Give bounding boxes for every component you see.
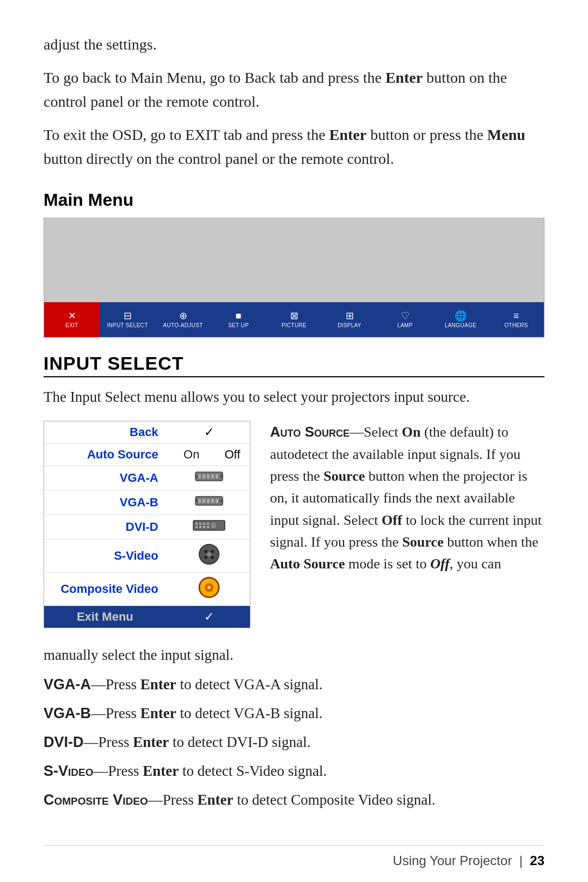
display-icon: ⊞ xyxy=(346,311,354,321)
svg-rect-13 xyxy=(216,499,218,503)
svg-rect-11 xyxy=(207,499,210,503)
menu-value-vga-a xyxy=(168,466,250,491)
manually-select-para: manually select the input signal. xyxy=(44,644,544,667)
svg-rect-17 xyxy=(195,523,198,525)
svg-rect-21 xyxy=(195,526,198,528)
table-row: VGA-B xyxy=(44,491,250,515)
table-row-exit-menu: Exit Menu ✓ xyxy=(44,606,250,628)
lamp-label: LAMP xyxy=(397,322,413,328)
svideo-para: S-Video—Press Enter to detect S-Video si… xyxy=(44,759,544,783)
off-bold-2: Off xyxy=(430,556,450,572)
main-menu-box: ✕ EXIT ⊟ INPUT SELECT ⊕ AUTO-ADJUST ■ SE… xyxy=(44,218,544,338)
svg-point-29 xyxy=(204,556,207,559)
menu-value-dvi-d xyxy=(168,515,250,540)
svideo-term: S-Video xyxy=(44,763,93,779)
bottom-text-section: manually select the input signal. VGA-A—… xyxy=(44,644,544,812)
vga-b-connector-icon xyxy=(195,494,223,507)
on-bold: On xyxy=(402,424,421,440)
menu-label-vga-a: VGA-A xyxy=(44,466,168,491)
others-label: OTHERS xyxy=(504,322,528,328)
set-up-label: SET UP xyxy=(228,322,249,328)
svg-point-7 xyxy=(220,475,223,478)
svg-point-28 xyxy=(211,550,214,553)
svg-rect-22 xyxy=(199,526,201,528)
auto-source-bold: Auto Source xyxy=(270,556,345,572)
vga-a-para: VGA-A—Press Enter to detect VGA-A signal… xyxy=(44,673,544,696)
svg-rect-1 xyxy=(198,474,201,479)
lamp-icon: ♡ xyxy=(401,311,409,321)
source-bold-1: Source xyxy=(323,468,365,484)
toolbar-lamp[interactable]: ♡ LAMP xyxy=(377,302,433,337)
table-row: Auto Source On Off xyxy=(44,444,250,466)
svg-rect-12 xyxy=(211,499,214,503)
picture-icon: ⊠ xyxy=(290,311,298,321)
svg-point-15 xyxy=(220,499,223,503)
menu-label-svideo: S-Video xyxy=(44,540,168,573)
svg-rect-25 xyxy=(211,523,216,528)
toolbar-language[interactable]: 🌐 LANGUAGE xyxy=(433,302,488,337)
exit-icon: ✕ xyxy=(68,311,76,321)
menu-value-vga-b xyxy=(168,491,250,515)
svg-point-34 xyxy=(207,586,211,589)
main-menu-heading: Main Menu xyxy=(44,190,544,210)
dvi-connector-icon xyxy=(193,519,225,532)
svg-rect-24 xyxy=(207,526,209,528)
others-icon: ≡ xyxy=(513,311,519,321)
input-select-menu-table: Back ✓ Auto Source On Off VGA-A xyxy=(44,421,250,628)
composite-para: Composite Video—Press Enter to detect Co… xyxy=(44,788,544,812)
toolbar-display[interactable]: ⊞ DISPLAY xyxy=(322,302,377,337)
menu-label-composite: Composite Video xyxy=(44,573,168,606)
set-up-icon: ■ xyxy=(236,311,242,321)
table-row: S-Video xyxy=(44,540,250,573)
input-select-content: Back ✓ Auto Source On Off VGA-A xyxy=(44,421,544,628)
enter-vga-a: Enter xyxy=(140,676,176,693)
display-label: DISPLAY xyxy=(338,322,362,328)
intro-para1: adjust the settings. xyxy=(44,33,544,56)
intro-para2: To go back to Main Menu, go to Back tab … xyxy=(44,66,544,113)
enter-composite: Enter xyxy=(198,792,234,808)
svg-rect-9 xyxy=(198,499,201,503)
auto-source-desc-text: Auto Source—Select On (the default) to a… xyxy=(270,421,544,575)
svg-rect-16 xyxy=(193,520,225,530)
menu-value-auto-source-off: Off xyxy=(215,444,250,466)
toolbar-input-select[interactable]: ⊟ INPUT SELECT xyxy=(100,302,155,337)
menu-label-dvi-d: DVI-D xyxy=(44,515,168,540)
input-select-intro: The Input Select menu allows you to sele… xyxy=(44,386,544,408)
vga-a-term: VGA-A xyxy=(44,676,91,693)
svg-point-30 xyxy=(211,556,214,559)
menu-label-vga-b: VGA-B xyxy=(44,491,168,515)
toolbar-picture[interactable]: ⊠ PICTURE xyxy=(266,302,322,337)
language-icon: 🌐 xyxy=(455,311,467,321)
toolbar-set-up[interactable]: ■ SET UP xyxy=(211,302,266,337)
svg-rect-19 xyxy=(203,523,205,525)
toolbar-others[interactable]: ≡ OTHERS xyxy=(488,302,544,337)
menu-label-auto-source: Auto Source xyxy=(44,444,168,466)
toolbar-auto-adjust[interactable]: ⊕ AUTO-ADJUST xyxy=(155,302,211,337)
svg-point-14 xyxy=(195,499,198,503)
page-footer: Using Your Projector | 23 xyxy=(44,845,544,868)
menu-value-auto-source-on: On xyxy=(168,444,215,466)
table-row: Back ✓ xyxy=(44,421,250,444)
svg-rect-2 xyxy=(203,474,205,479)
menu-value-back: ✓ xyxy=(168,421,250,444)
input-select-icon: ⊟ xyxy=(124,311,132,321)
input-select-label: INPUT SELECT xyxy=(107,322,148,328)
toolbar-exit[interactable]: ✕ EXIT xyxy=(44,302,100,337)
picture-label: PICTURE xyxy=(281,322,307,328)
svg-rect-18 xyxy=(199,523,201,525)
intro-para3: To exit the OSD, go to EXIT tab and pres… xyxy=(44,123,544,170)
vga-connector-icon xyxy=(195,470,223,483)
table-row: Composite Video xyxy=(44,573,250,606)
language-label: LANGUAGE xyxy=(445,322,476,328)
footer-text: Using Your Projector xyxy=(393,853,512,868)
menu-value-svideo xyxy=(168,540,250,573)
svg-point-27 xyxy=(204,550,207,553)
menu-toolbar: ✕ EXIT ⊟ INPUT SELECT ⊕ AUTO-ADJUST ■ SE… xyxy=(44,302,544,337)
auto-adjust-icon: ⊕ xyxy=(179,311,187,321)
auto-source-description: Auto Source—Select On (the default) to a… xyxy=(270,421,544,575)
auto-source-term: Auto Source xyxy=(270,424,350,440)
table-row: DVI-D xyxy=(44,515,250,540)
source-bold-2: Source xyxy=(402,534,444,550)
checkmark-icon: ✓ xyxy=(204,425,214,439)
composite-connector-icon xyxy=(198,577,220,598)
